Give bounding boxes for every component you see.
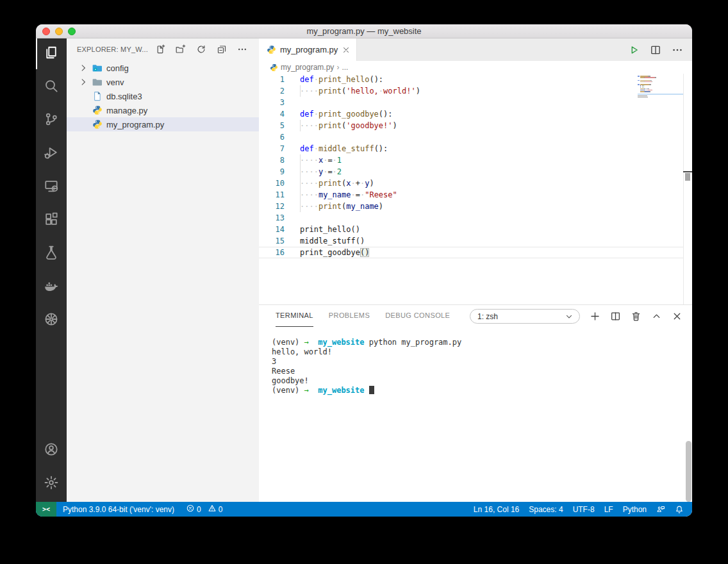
terminal-scrollbar[interactable] [686, 441, 691, 502]
code-editor[interactable]: 1def·print_hello():2····print('hello,·wo… [259, 74, 683, 258]
terminal-line: Reese [272, 367, 461, 376]
line-number: 4 [259, 108, 285, 120]
activity-item-docker[interactable] [36, 272, 67, 303]
line-number: 10 [259, 178, 285, 189]
indent-guide [300, 154, 301, 166]
refresh-explorer-icon[interactable] [195, 43, 208, 56]
file-label: manage.py [106, 106, 147, 115]
problems-status[interactable]: 0 0 [186, 504, 222, 515]
more-actions-icon[interactable] [236, 43, 249, 56]
editor-scrollbar-handle[interactable] [685, 173, 690, 181]
terminal-output[interactable]: (venv) → my_website python my_program.py… [272, 338, 461, 395]
activity-item-source-control[interactable] [36, 105, 67, 136]
panel-actions [590, 305, 682, 327]
code-line[interactable]: 6 [259, 131, 683, 143]
breadcrumb-file[interactable]: my_program.py [281, 63, 334, 72]
file-tree-item-db.sqlite3[interactable]: db.sqlite3 [67, 89, 259, 103]
activity-item-settings[interactable] [36, 469, 67, 499]
close-window-button[interactable] [42, 28, 50, 35]
code-line[interactable]: 10····print(x·+·y) [259, 178, 683, 189]
breadcrumb[interactable]: my_program.py › ... [259, 61, 692, 74]
file-label: venv [106, 78, 124, 87]
minimap-visible-region [638, 94, 683, 95]
line-number: 5 [259, 120, 285, 131]
code-line[interactable]: 11····my_name·=·"Reese" [259, 189, 683, 201]
activity-item-explorer[interactable] [36, 38, 67, 69]
close-panel-icon[interactable] [672, 311, 682, 322]
encoding-status[interactable]: UTF-8 [573, 505, 595, 514]
activity-item-remote-explorer[interactable] [36, 172, 67, 203]
line-number: 6 [259, 131, 285, 143]
zoom-window-button[interactable] [68, 28, 76, 35]
panel-tab-terminal[interactable]: TERMINAL [276, 305, 313, 327]
more-actions-icon[interactable] [672, 44, 683, 56]
code-line[interactable]: 5····print('goodbye!') [259, 120, 683, 131]
activity-item-testing[interactable] [36, 238, 67, 269]
activity-item-kubernetes[interactable] [36, 305, 67, 336]
tab-my-program[interactable]: my_program.py [259, 38, 357, 61]
indent-guide [300, 189, 301, 201]
file-tree-item-venv[interactable]: venv [67, 75, 259, 89]
code-line[interactable]: 8····x·=·1 [259, 154, 683, 166]
collapse-folders-icon[interactable] [215, 43, 228, 56]
warning-icon [208, 504, 217, 515]
split-terminal-icon[interactable] [610, 311, 621, 322]
activity-item-account[interactable] [36, 435, 67, 466]
python-interpreter-status[interactable]: Python 3.9.0 64-bit ('venv': venv) [63, 505, 174, 514]
code-line[interactable]: 9····y·=·2 [259, 166, 683, 178]
overview-ruler [683, 74, 684, 304]
run-python-file-icon[interactable] [628, 44, 640, 56]
code-line[interactable]: 14print_hello() [259, 224, 683, 235]
explorer-sidebar: EXPLORER: MY_W... configvenvdb.sqlite3ma… [67, 38, 259, 502]
indent-guide [300, 166, 301, 178]
overview-cursor-mark [683, 171, 692, 172]
eol-status[interactable]: LF [604, 505, 613, 514]
cursor-position-status[interactable]: Ln 16, Col 16 [474, 505, 519, 514]
file-tree-item-config[interactable]: config [67, 61, 259, 75]
testing-icon [44, 245, 59, 263]
file-tree-item-manage.py[interactable]: manage.py [67, 103, 259, 117]
activity-item-run-debug[interactable] [36, 138, 67, 169]
code-line[interactable]: 15middle_stuff() [259, 235, 683, 247]
line-number: 11 [259, 189, 285, 201]
maximize-panel-icon[interactable] [651, 311, 662, 322]
run-debug-icon [44, 145, 59, 163]
code-line[interactable]: 4def·print_goodbye(): [259, 108, 683, 120]
code-line[interactable]: 13 [259, 212, 683, 224]
new-file-icon[interactable] [154, 43, 167, 56]
line-number: 16 [259, 247, 285, 258]
close-tab-icon[interactable] [342, 45, 351, 55]
window-title: my_program.py — my_website [36, 24, 692, 38]
notifications-bell-icon[interactable] [675, 505, 684, 514]
feedback-icon[interactable] [656, 505, 665, 514]
line-number: 9 [259, 166, 285, 178]
new-folder-icon[interactable] [174, 43, 187, 56]
code-line[interactable]: 1def·print_hello(): [259, 74, 683, 85]
code-line[interactable]: 12····print(my_name) [259, 201, 683, 212]
breadcrumb-more[interactable]: ... [342, 63, 348, 72]
panel-tab-debug-console[interactable]: DEBUG CONSOLE [385, 305, 450, 327]
files-icon [44, 45, 59, 63]
code-line[interactable]: 3 [259, 97, 683, 108]
extensions-icon [44, 212, 59, 229]
code-line[interactable]: 7def·middle_stuff(): [259, 143, 683, 154]
activity-item-search[interactable] [36, 72, 67, 103]
kill-terminal-icon[interactable] [631, 311, 641, 322]
language-mode-status[interactable]: Python [623, 505, 647, 514]
minimize-window-button[interactable] [55, 28, 63, 35]
chevron-right-icon [78, 77, 88, 87]
new-terminal-icon[interactable] [590, 311, 600, 322]
line-number: 12 [259, 201, 285, 212]
split-editor-icon[interactable] [650, 44, 661, 56]
tab-label: my_program.py [280, 45, 338, 54]
indentation-status[interactable]: Spaces: 4 [529, 505, 563, 514]
terminal-line: (venv) → my_website [272, 386, 461, 395]
panel-tab-problems[interactable]: PROBLEMS [329, 305, 370, 327]
activity-item-extensions[interactable] [36, 205, 67, 236]
file-tree-item-my_program.py[interactable]: my_program.py [67, 117, 259, 131]
code-line[interactable]: 2····print('hello,·world!') [259, 85, 683, 97]
indent-guide [300, 178, 301, 189]
terminal-picker-dropdown[interactable]: 1: zsh [470, 309, 580, 324]
code-line[interactable]: 16print_goodbye() [259, 247, 683, 258]
remote-indicator[interactable]: >< [36, 502, 56, 517]
